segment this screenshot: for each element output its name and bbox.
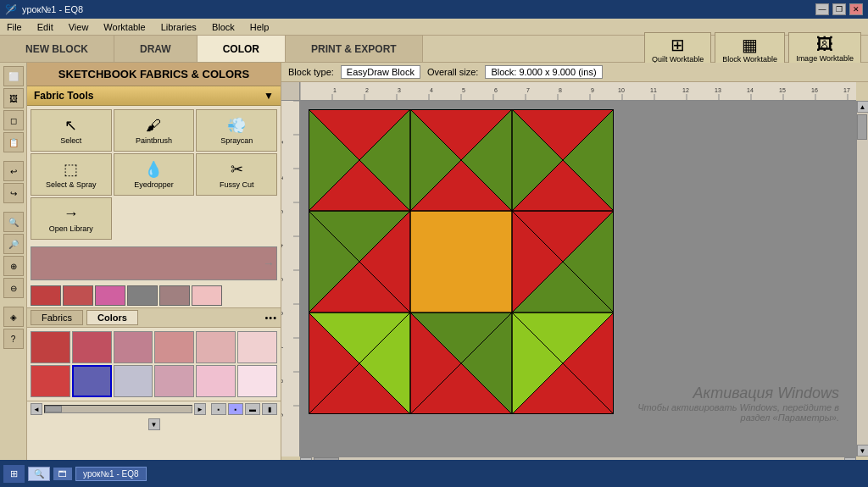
svg-text:17: 17 [843, 87, 850, 93]
open-library-tool[interactable]: → Open Library [31, 197, 112, 240]
menu-block[interactable]: Block [209, 21, 238, 33]
left-icon-11[interactable]: ? [3, 329, 24, 349]
block-worktable-button[interactable]: ▦ Block Worktable [715, 32, 785, 66]
menu-edit[interactable]: Edit [34, 21, 57, 33]
color-cell-1-1[interactable] [72, 365, 112, 397]
left-icon-8[interactable]: ⊕ [3, 256, 24, 276]
svg-text:12: 12 [682, 87, 689, 93]
tab-new-block[interactable]: NEW BLOCK [0, 36, 114, 62]
color-cell-0-0[interactable] [31, 331, 70, 363]
canvas-area: Block type: EasyDraw Block Overall size:… [281, 63, 868, 468]
left-icon-4[interactable]: ↩ [3, 161, 24, 181]
swatch-arrow-icon: → [263, 257, 275, 270]
left-icon-9[interactable]: ⊖ [3, 278, 24, 298]
size-xlarge[interactable]: ▮ [262, 403, 277, 415]
color-cell-1-0[interactable] [31, 365, 70, 397]
panel-scroll-down: ▼ [27, 417, 281, 432]
search-box[interactable]: 🔍 [28, 467, 50, 481]
scroll-track[interactable] [44, 405, 192, 413]
swatch-4[interactable] [159, 285, 190, 306]
fabrics-tab[interactable]: Fabrics [31, 310, 83, 325]
menu-view[interactable]: View [65, 21, 92, 33]
swatch-3[interactable] [127, 285, 158, 306]
tab-color[interactable]: COLOR [198, 36, 286, 62]
side-panel: SKETCHBOOK FABRICS & COLORS Fabric Tools… [27, 63, 281, 468]
select-tool[interactable]: ↖ Select [31, 109, 112, 152]
tab-draw[interactable]: DRAW [114, 36, 198, 62]
left-icon-5[interactable]: ↪ [3, 183, 24, 203]
paintbrush-icon: 🖌 [146, 117, 161, 135]
left-icon-10[interactable]: ◈ [3, 307, 24, 327]
svg-text:9: 9 [591, 87, 594, 93]
fabric-tools-header: Fabric Tools ▼ [27, 86, 281, 106]
svg-text:1: 1 [333, 87, 337, 93]
paintbrush-tool[interactable]: 🖌 Paintbrush [114, 109, 195, 152]
scroll-track-v[interactable] [857, 113, 868, 445]
start-button[interactable]: ⊞ [3, 465, 25, 483]
active-app-btn[interactable]: урок№1 - EQ8 [75, 467, 147, 481]
more-options-icon[interactable]: ••• [264, 313, 277, 323]
eyedropper-icon: 💧 [144, 160, 163, 179]
scroll-left-btn[interactable]: ◄ [31, 403, 42, 415]
large-swatch[interactable]: → [31, 246, 277, 280]
left-icon-1[interactable]: 🖼 [3, 88, 24, 108]
tab-print-export[interactable]: PRINT & EXPORT [286, 36, 423, 62]
block-worktable-icon: ▦ [742, 35, 758, 55]
image-worktable-icon: 🖼 [816, 35, 833, 54]
svg-text:2: 2 [281, 176, 284, 180]
scroll-down-arrow[interactable]: ▼ [857, 445, 869, 457]
fussy-cut-icon: ✂ [231, 160, 243, 179]
quilt-worktable-label: Quilt Worktable [652, 55, 704, 64]
left-icon-3[interactable]: 📋 [3, 132, 24, 152]
scroll-right-btn[interactable]: ► [194, 403, 206, 415]
minimize-button[interactable]: — [815, 3, 829, 15]
color-cell-0-4[interactable] [196, 331, 236, 363]
eyedropper-tool[interactable]: 💧 Eyedropper [114, 153, 195, 196]
color-cell-0-5[interactable] [237, 331, 277, 363]
menu-worktable[interactable]: Worktable [100, 21, 148, 33]
search-icon: 🔍 [34, 469, 44, 479]
sketchbook-title: SKETCHBOOK FABRICS & COLORS [58, 68, 249, 80]
color-cell-1-2[interactable] [114, 365, 153, 397]
fabric-tools-collapse[interactable]: ▼ [264, 90, 274, 102]
scroll-up-arrow[interactable]: ▲ [857, 101, 869, 113]
scroll-thumb[interactable] [45, 406, 62, 412]
color-cell-1-4[interactable] [196, 365, 236, 397]
color-cell-0-2[interactable] [114, 331, 153, 363]
close-button[interactable]: ✕ [849, 3, 863, 15]
left-icon-7[interactable]: 🔎 [3, 234, 24, 254]
svg-text:2: 2 [365, 87, 369, 93]
menu-libraries[interactable]: Libraries [158, 21, 200, 33]
size-small[interactable]: ▪ [211, 403, 226, 415]
swatch-5[interactable] [192, 285, 222, 306]
scroll-thumb-v[interactable] [857, 114, 867, 140]
swatch-0[interactable] [31, 285, 61, 306]
overall-size-label: Overall size: [427, 67, 479, 77]
title-bar-controls: — ❐ ✕ [815, 3, 863, 15]
select-spray-tool[interactable]: ⬚ Select & Spray [31, 153, 112, 196]
left-icon-0[interactable]: ⬜ [3, 66, 24, 86]
swatch-2[interactable] [95, 285, 125, 306]
task-view-btn[interactable]: 🗔 [53, 468, 72, 480]
colors-tab[interactable]: Colors [86, 310, 138, 325]
swatch-1[interactable] [63, 285, 93, 306]
quilt-worktable-button[interactable]: ⊞ Quilt Worktable [644, 32, 711, 66]
panel-down-arrow[interactable]: ▼ [148, 418, 160, 430]
fussy-cut-tool[interactable]: ✂ Fussy Cut [196, 153, 277, 196]
menu-file[interactable]: File [3, 21, 25, 33]
color-cell-1-3[interactable] [154, 365, 194, 397]
svg-text:14: 14 [747, 87, 754, 93]
size-medium[interactable]: ▪ [228, 403, 243, 415]
left-icon-2[interactable]: ◻ [3, 110, 24, 130]
quilt-block [309, 109, 614, 414]
restore-button[interactable]: ❐ [832, 3, 846, 15]
left-icon-6[interactable]: 🔍 [3, 212, 24, 232]
color-cell-1-5[interactable] [237, 365, 277, 397]
menu-help[interactable]: Help [247, 21, 273, 33]
color-cell-0-1[interactable] [72, 331, 112, 363]
vertical-scrollbar[interactable]: ▲ ▼ [856, 101, 868, 457]
color-cell-0-3[interactable] [154, 331, 194, 363]
spraycan-tool[interactable]: 💨 Spraycan [196, 109, 277, 152]
image-worktable-button[interactable]: 🖼 Image Worktable [788, 32, 861, 65]
size-large[interactable]: ▬ [245, 403, 260, 415]
